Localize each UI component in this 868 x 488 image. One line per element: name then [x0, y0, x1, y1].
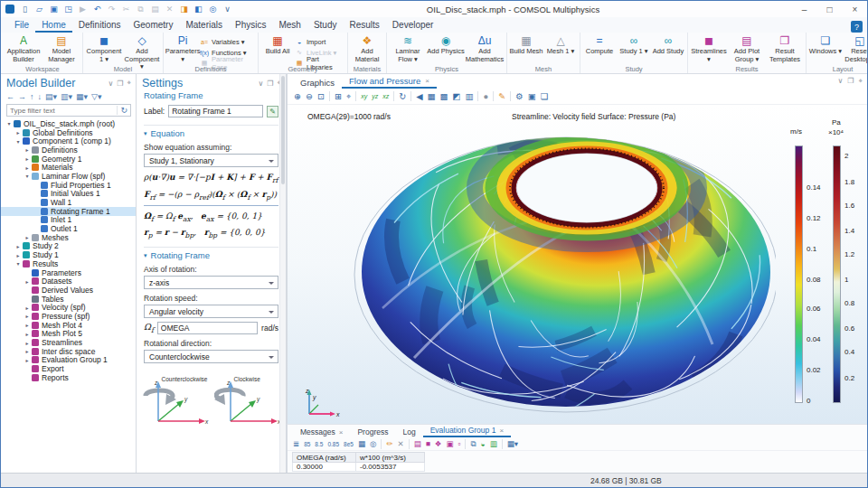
- tab-physics[interactable]: Physics: [229, 18, 272, 33]
- environment-icon[interactable]: ▩: [440, 91, 448, 101]
- table-surface-icon[interactable]: ▤: [414, 439, 421, 448]
- tree-item-fluid-properties-1[interactable]: Fluid Properties 1: [1, 181, 136, 190]
- tree-item-datasets[interactable]: ▸Datasets: [1, 277, 136, 286]
- maximize-button[interactable]: □: [817, 1, 842, 17]
- build-all-button[interactable]: ▦ Build All: [260, 33, 295, 56]
- expander-icon[interactable]: ▸: [24, 234, 31, 240]
- copy-button[interactable]: ⧉: [134, 3, 147, 16]
- tree-filter-input[interactable]: [7, 107, 117, 115]
- study-1-button[interactable]: ∞ Study 1 ▾: [617, 33, 651, 56]
- open-in-excel-icon[interactable]: ▥: [490, 439, 497, 448]
- tab-results[interactable]: Results: [343, 18, 385, 33]
- open-file-button[interactable]: ▱: [33, 3, 46, 16]
- variables-button[interactable]: a=Variables ▾: [200, 36, 256, 47]
- streamlines-button[interactable]: ◼ Streamlines ▾: [690, 33, 728, 63]
- tree-item-outlet-1[interactable]: Outlet 1: [1, 224, 136, 233]
- add-physics-button[interactable]: ◉ Add Physics: [427, 33, 465, 56]
- zoom-in-icon[interactable]: ⊕: [294, 91, 301, 101]
- expander-icon[interactable]: ▸: [24, 305, 31, 311]
- table-header-omega[interactable]: OMEGA (rad/s): [293, 453, 356, 463]
- tree-item-laminar-flow[interactable]: ▾Laminar Flow (spf): [1, 172, 136, 181]
- save-as-button[interactable]: ◳: [61, 3, 75, 16]
- print-icon[interactable]: ❏: [541, 91, 549, 101]
- angular-velocity-input[interactable]: [157, 322, 258, 334]
- copy-table-icon[interactable]: ⧉: [470, 439, 476, 449]
- expander-icon[interactable]: ▸: [24, 155, 31, 162]
- tree-item-root[interactable]: ▾OIL_Disc_stack.mph (root): [1, 119, 136, 128]
- expander-icon[interactable]: ▾: [14, 260, 22, 267]
- decimal-notation-icon[interactable]: 0.85: [327, 441, 339, 447]
- expander-icon[interactable]: ▾: [14, 138, 22, 145]
- tab-developer[interactable]: Developer: [386, 18, 440, 33]
- default-view-icon[interactable]: ⌖: [346, 91, 351, 102]
- tree-item-mesh-plot-4[interactable]: ▸Mesh Plot 4: [1, 321, 136, 330]
- table-row[interactable]: 0.30000 -0.0053537: [293, 463, 425, 472]
- snapshot-icon[interactable]: ▣: [528, 91, 536, 101]
- windows-button[interactable]: ❏ Windows ▾: [808, 33, 843, 56]
- tree-item-evaluation-group-1[interactable]: ▸Evaluation Group 1: [1, 356, 136, 365]
- tree-item-parameters[interactable]: Parameters: [1, 268, 136, 277]
- tree-item-derived-values[interactable]: Derived Values: [1, 286, 136, 295]
- mesh-1-button[interactable]: △ Mesh 1 ▾: [543, 33, 578, 56]
- chevron-down-icon[interactable]: ∨: [837, 77, 843, 86]
- pin-icon[interactable]: ⌖: [127, 79, 131, 88]
- tab-flow-and-pressure[interactable]: Flow and Pressure×: [342, 74, 437, 89]
- forward-icon[interactable]: →: [18, 92, 26, 101]
- float-panel-icon[interactable]: ❐: [847, 77, 854, 86]
- rename-icon[interactable]: ✎: [267, 106, 278, 117]
- export-plot-icon[interactable]: ▣: [446, 439, 453, 448]
- view-xy-icon[interactable]: xy: [361, 93, 367, 99]
- tree-item-meshes[interactable]: ▸Meshes: [1, 233, 136, 242]
- tab-log[interactable]: Log: [395, 427, 422, 437]
- expand-all-icon[interactable]: ▦▾: [76, 92, 88, 101]
- tree-item-rotating-frame-1[interactable]: Rotating Frame 1: [1, 207, 136, 216]
- run-button[interactable]: ▶: [76, 3, 90, 16]
- help-icon[interactable]: ?: [851, 21, 863, 33]
- expander-icon[interactable]: ▸: [24, 340, 31, 346]
- close-tab-icon[interactable]: ×: [425, 77, 429, 85]
- tab-file[interactable]: File: [8, 18, 35, 33]
- search-button[interactable]: ◎: [206, 3, 220, 16]
- view-xz-icon[interactable]: xz: [382, 93, 389, 99]
- import-button[interactable]: ◒Import: [295, 36, 345, 47]
- undo-button[interactable]: ↶: [90, 3, 104, 16]
- color-table-icon[interactable]: ▦: [428, 91, 436, 101]
- scene-light-icon[interactable]: ◀: [416, 91, 422, 101]
- collapse-all-icon[interactable]: ▥▾: [61, 92, 72, 101]
- delete-table-icon[interactable]: ✕: [398, 439, 404, 448]
- full-precision-icon[interactable]: 85: [304, 441, 310, 447]
- expander-icon[interactable]: ▾: [5, 120, 13, 127]
- table-histogram-icon[interactable]: ❖: [435, 439, 442, 448]
- minimize-button[interactable]: –: [792, 1, 816, 17]
- open-from-model-manager-button[interactable]: ◨: [177, 3, 191, 16]
- expander-icon[interactable]: ▸: [24, 164, 31, 171]
- paste-button[interactable]: ▤: [148, 3, 162, 16]
- section-rotating-frame[interactable]: ▾Rotating Frame: [144, 247, 278, 260]
- rotate-view-icon[interactable]: ↻: [399, 91, 406, 101]
- zoom-out-icon[interactable]: ⊖: [306, 91, 313, 101]
- expander-icon[interactable]: ▸: [24, 348, 31, 354]
- parameters-button[interactable]: Pi Parameters ▾: [165, 33, 200, 63]
- filter-icon[interactable]: ▽▾: [91, 92, 101, 101]
- export-table-icon[interactable]: ◒: [481, 439, 486, 448]
- expander-icon[interactable]: ▾: [24, 173, 31, 179]
- tree-item-inlet-1[interactable]: Inlet 1: [1, 216, 136, 225]
- tree-item-component-1[interactable]: ▾Component 1 (comp 1): [1, 136, 136, 145]
- add-mathematics-button[interactable]: Δu Add Mathematics: [465, 33, 505, 63]
- label-input[interactable]: [168, 105, 263, 117]
- table-graph-icon[interactable]: ■: [426, 439, 430, 448]
- scientific-notation-icon[interactable]: 8e5: [344, 441, 354, 447]
- lock-axes-icon[interactable]: ●: [483, 91, 488, 101]
- application-builder-button[interactable]: A Application Builder: [5, 33, 42, 63]
- move-down-icon[interactable]: ↓: [38, 92, 42, 101]
- reset-desktop-button[interactable]: ◱ Reset Desktop ▾: [843, 33, 867, 63]
- tree-item-materials[interactable]: ▸Materials: [1, 163, 136, 172]
- tab-definitions[interactable]: Definitions: [72, 18, 127, 33]
- tree-item-wall-1[interactable]: Wall 1: [1, 198, 136, 207]
- tree-item-global-definitions[interactable]: ▸Global Definitions: [1, 128, 136, 137]
- tree-item-streamlines[interactable]: ▸Streamlines: [1, 338, 136, 347]
- tree-item-inter-disc-space[interactable]: ▸Inter disc space: [1, 347, 136, 356]
- add-plot-group-button[interactable]: ▤ Add Plot Group ▾: [728, 33, 766, 63]
- expander-icon[interactable]: ▸: [24, 331, 31, 337]
- delete-button[interactable]: ✕: [163, 3, 176, 16]
